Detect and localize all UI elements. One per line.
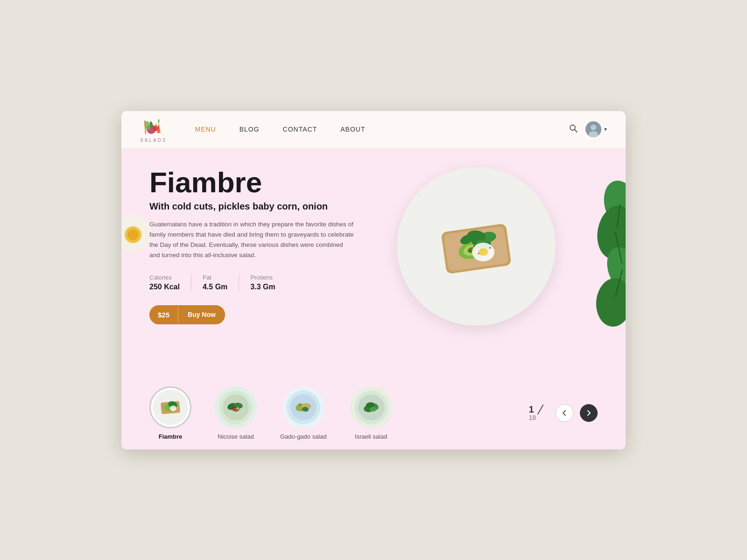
- avatar-image: [585, 121, 601, 137]
- page-numbers: 1 18: [529, 405, 549, 421]
- plate-circle: [397, 167, 556, 326]
- svg-point-51: [237, 407, 239, 409]
- calories-label: Calories: [149, 274, 180, 281]
- chevron-down-icon: ▾: [604, 126, 607, 133]
- svg-point-50: [233, 408, 235, 411]
- search-icon: [569, 124, 578, 133]
- navbar: SALADS MENU BLOG CONTACT ABOUT: [121, 111, 626, 148]
- next-arrow-icon: [585, 410, 592, 416]
- svg-point-38: [469, 250, 470, 252]
- nav-item-contact[interactable]: CONTACT: [283, 125, 317, 133]
- svg-point-64: [370, 407, 376, 412]
- svg-point-36: [485, 238, 486, 240]
- hero-title: Fiambre: [149, 167, 392, 197]
- buy-price: $25: [149, 305, 178, 324]
- thumb-circle-fiambre: [149, 386, 191, 428]
- nav-link-blog[interactable]: BLOG: [240, 126, 260, 133]
- thumbnails-row: Fiambre Nicoise salad: [121, 382, 626, 449]
- hero-section: Fiambre With cold cuts, pickles baby cor…: [121, 148, 626, 382]
- nutrition-proteins: Protiens 3.3 Gm: [250, 274, 286, 291]
- nav-links: MENU BLOG CONTACT ABOUT: [195, 125, 569, 133]
- svg-point-19: [594, 276, 626, 328]
- logo-area: SALADS: [140, 116, 167, 143]
- search-button[interactable]: [569, 124, 578, 135]
- thumb-label-gado: Gado-gado salad: [280, 433, 327, 440]
- svg-point-15: [127, 229, 139, 240]
- main-plate: [392, 158, 560, 335]
- svg-point-37: [478, 252, 479, 254]
- nav-link-menu[interactable]: MENU: [195, 126, 216, 133]
- thumb-circle-nicoise: [215, 386, 257, 428]
- calories-value: 250 Kcal: [149, 283, 180, 291]
- browser-window: SALADS MENU BLOG CONTACT ABOUT: [121, 111, 626, 449]
- user-avatar-button[interactable]: ▾: [585, 121, 607, 137]
- thumb-nicoise[interactable]: Nicoise salad: [215, 386, 257, 440]
- thumb-image-gado: [285, 389, 322, 426]
- thumb-label-fiambre: Fiambre: [159, 433, 183, 440]
- nav-item-blog[interactable]: BLOG: [240, 125, 260, 133]
- svg-point-39: [490, 247, 491, 248]
- hero-subtitle: With cold cuts, pickles baby corn, onion: [149, 201, 392, 212]
- plate-food: [411, 181, 542, 312]
- nutrition-calories: Calories 250 Kcal: [149, 274, 191, 291]
- thumb-gado[interactable]: Gado-gado salad: [280, 386, 327, 440]
- nutrition-row: Calories 250 Kcal Fat 4.5 Gm Protiens 3.…: [149, 274, 392, 291]
- logo-text: SALADS: [140, 138, 167, 143]
- thumb-image-nicoise: [217, 389, 254, 426]
- svg-point-44: [170, 406, 176, 411]
- nav-item-menu[interactable]: MENU: [195, 125, 216, 133]
- avatar: [585, 121, 601, 137]
- page-total: 18: [529, 414, 536, 421]
- svg-point-35: [473, 245, 475, 247]
- thumb-label-nicoise: Nicoise salad: [218, 433, 254, 440]
- hero-description: Guatemalans have a tradition in which th…: [149, 219, 355, 261]
- thumb-israeli[interactable]: Israeli salad: [350, 386, 392, 440]
- svg-point-58: [298, 403, 301, 406]
- thumb-circle-israeli: [350, 386, 392, 428]
- thumb-fiambre[interactable]: Fiambre: [149, 386, 191, 440]
- proteins-label: Protiens: [250, 274, 275, 281]
- hero-content: Fiambre With cold cuts, pickles baby cor…: [149, 167, 392, 324]
- svg-line-9: [575, 130, 577, 132]
- nutrition-fat: Fat 4.5 Gm: [203, 274, 239, 291]
- buy-button[interactable]: $25 Buy Now: [149, 305, 225, 324]
- thumb-circle-gado: [282, 386, 324, 428]
- nav-right: ▾: [569, 121, 607, 137]
- thumb-image-fiambre: [152, 389, 189, 426]
- fat-value: 4.5 Gm: [203, 283, 227, 291]
- nav-link-contact[interactable]: CONTACT: [283, 126, 317, 133]
- spinach-decoration: [579, 176, 626, 335]
- logo-icon: [141, 116, 166, 137]
- svg-point-8: [570, 125, 575, 130]
- nav-item-about[interactable]: ABOUT: [340, 125, 365, 133]
- pagination-area: 1 18: [529, 404, 598, 422]
- next-arrow-button[interactable]: [580, 404, 598, 422]
- svg-point-34: [479, 248, 488, 256]
- thumb-label-israeli: Israeli salad: [355, 433, 387, 440]
- nav-link-about[interactable]: ABOUT: [340, 126, 365, 133]
- svg-point-11: [591, 125, 596, 130]
- page-current: 1: [529, 404, 534, 414]
- page-slash: [537, 404, 544, 414]
- fat-label: Fat: [203, 274, 227, 281]
- buy-label: Buy Now: [178, 305, 225, 324]
- thumb-image-israeli: [352, 389, 390, 426]
- prev-arrow-button[interactable]: [556, 404, 573, 422]
- proteins-value: 3.3 Gm: [250, 283, 275, 291]
- prev-arrow-icon: [561, 410, 568, 416]
- svg-point-5: [153, 126, 159, 131]
